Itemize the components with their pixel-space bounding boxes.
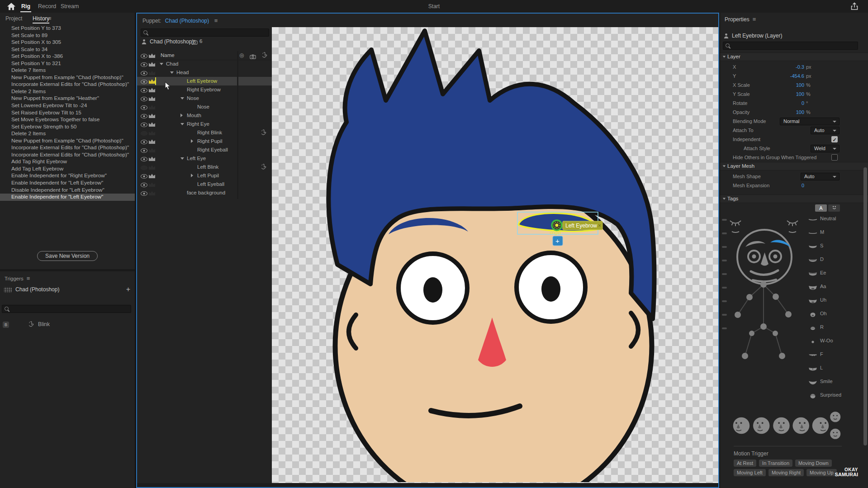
viseme-tag-surprised[interactable]: Surprised <box>720 391 868 400</box>
drag-handle-icon[interactable] <box>261 129 266 137</box>
head-turn-svg[interactable] <box>730 409 843 442</box>
section-layer[interactable]: Layer <box>720 52 868 61</box>
visibility-eye-icon[interactable] <box>141 166 147 170</box>
add-trigger-button[interactable]: + <box>126 285 130 294</box>
history-item[interactable]: Set Scale to 89 <box>0 32 135 39</box>
share-icon[interactable] <box>850 2 859 13</box>
visibility-eye-icon[interactable] <box>141 71 147 76</box>
home-icon[interactable] <box>6 2 16 11</box>
history-item[interactable]: Set Position Y to 321 <box>0 60 135 67</box>
save-new-version-button[interactable]: Save New Version <box>37 251 98 261</box>
crown-icon[interactable] <box>149 62 155 66</box>
history-item[interactable]: Incorporate External Edits for "Chad (Ph… <box>0 144 135 152</box>
history-item[interactable]: Set Position X to 305 <box>0 39 135 46</box>
prop-row-y-scale[interactable]: Y Scale 100% <box>720 90 868 99</box>
hide-others-checkbox[interactable] <box>831 154 838 161</box>
visibility-eye-icon[interactable] <box>141 191 147 196</box>
viseme-tag-r[interactable]: R <box>720 323 868 332</box>
crown-icon[interactable] <box>149 156 155 161</box>
viseme-tag-s[interactable]: S <box>720 242 868 251</box>
blending-mode-dropdown[interactable]: Normal <box>780 118 840 125</box>
puppet-panel-menu-icon[interactable]: ≡ <box>214 17 218 24</box>
visibility-eye-icon[interactable] <box>141 105 147 110</box>
crown-icon[interactable] <box>149 191 155 195</box>
tree-row-chad[interactable]: Chad <box>137 60 272 68</box>
tree-row-right-pupil[interactable]: Right Pupil <box>137 137 272 146</box>
viseme-tag-uh[interactable]: Uh <box>720 296 868 305</box>
prop-row-opacity[interactable]: Opacity 100% <box>720 109 868 117</box>
properties-menu-icon[interactable]: ≡ <box>753 16 756 23</box>
triggers-search[interactable] <box>2 305 131 313</box>
visibility-eye-icon[interactable] <box>141 131 147 136</box>
history-item[interactable]: Add Tag Left Eyebrow <box>0 166 135 173</box>
visibility-eye-icon[interactable] <box>141 114 147 118</box>
tree-row-right-eyeball[interactable]: Right Eyeball <box>137 146 272 154</box>
chevron-down-icon[interactable] <box>180 157 184 160</box>
tree-row-right-eyebrow[interactable]: Right Eyebrow <box>137 85 272 94</box>
motion-pill-in-transition[interactable]: In Transition <box>759 460 792 467</box>
properties-search[interactable] <box>723 42 858 50</box>
tab-record[interactable]: Record <box>38 0 56 13</box>
visibility-eye-icon[interactable] <box>141 140 147 144</box>
tree-row-nose[interactable]: Nose <box>137 94 272 103</box>
head-tilt-tag-icon[interactable] <box>830 429 840 439</box>
history-item[interactable]: Set Position Y to 373 <box>0 25 135 32</box>
properties-scrollbar[interactable] <box>863 167 867 445</box>
crown-icon[interactable] <box>149 105 155 109</box>
viseme-tag-aa[interactable]: Aa <box>720 283 868 292</box>
prop-row-y[interactable]: Y -454.6px <box>720 72 868 81</box>
history-item[interactable]: New Puppet from Example "Chad (Photoshop… <box>0 137 135 145</box>
head-turn-tag-icon[interactable] <box>773 417 790 434</box>
motion-pill-moving-down[interactable]: Moving Down <box>795 460 832 467</box>
viseme-tag-oh[interactable]: Oh <box>720 310 868 319</box>
visibility-eye-icon[interactable] <box>141 148 147 153</box>
viseme-tag-d[interactable]: D <box>720 256 868 265</box>
visibility-eye-icon[interactable] <box>141 157 147 161</box>
trigger-row-blink[interactable]: B Blink <box>0 320 135 329</box>
chevron-down-icon[interactable] <box>160 63 163 65</box>
tree-row-mouth[interactable]: Mouth <box>137 111 272 120</box>
chevron-right-icon[interactable] <box>180 114 183 117</box>
history-panel-menu-icon[interactable]: ≡ <box>48 13 52 24</box>
tree-row-left-pupil[interactable]: Left Pupil <box>137 171 272 180</box>
tag-mode-text-button[interactable]: A <box>815 204 827 212</box>
history-item[interactable]: Delete 7 Items <box>0 67 135 74</box>
viseme-tag-w-oo[interactable]: W-Oo <box>720 337 868 346</box>
chevron-down-icon[interactable] <box>180 97 184 99</box>
tab-history[interactable]: History <box>33 13 49 24</box>
crown-icon[interactable] <box>149 96 155 101</box>
visibility-eye-icon[interactable] <box>141 80 147 84</box>
viseme-tag-l[interactable]: L <box>720 364 868 373</box>
drag-handle-icon[interactable] <box>261 164 266 172</box>
motion-pill-at-rest[interactable]: At Rest <box>734 460 756 467</box>
crown-icon[interactable] <box>149 131 155 135</box>
history-item[interactable]: Add Tag Right Eyebrow <box>0 158 135 166</box>
crown-icon[interactable] <box>149 148 155 152</box>
history-item[interactable]: Enable Independent for "Left Eyebrow" <box>0 194 135 201</box>
section-tags[interactable]: Tags <box>720 194 868 203</box>
chevron-right-icon[interactable] <box>191 174 193 177</box>
prop-row-mesh-expansion[interactable]: Mesh Expansion 0 <box>720 182 868 190</box>
viseme-tag-neutral[interactable]: Neutral <box>720 215 868 224</box>
prop-row-x-scale[interactable]: X Scale 100% <box>720 81 868 90</box>
triggers-menu-icon[interactable]: ≡ <box>27 275 30 282</box>
tree-row-left-eyeball[interactable]: Left Eyeball <box>137 180 272 189</box>
motion-pill-moving-left[interactable]: Moving Left <box>734 469 766 476</box>
visibility-eye-icon[interactable] <box>141 97 147 101</box>
chevron-down-icon[interactable] <box>180 123 184 125</box>
crown-icon[interactable] <box>149 174 155 178</box>
crown-icon[interactable] <box>149 71 155 75</box>
remove-tag-icon[interactable]: × <box>598 223 601 229</box>
crown-icon[interactable] <box>149 88 155 92</box>
head-turn-tag-icon[interactable] <box>753 417 770 434</box>
triggers-search-input[interactable] <box>11 305 129 313</box>
tree-row-face-background[interactable]: face background <box>137 189 272 197</box>
tree-row-left-eyebrow[interactable]: Left Eyebrow <box>137 77 272 85</box>
history-item[interactable]: Set Lowered Eyebrow Tilt to -24 <box>0 102 135 109</box>
visibility-eye-icon[interactable] <box>141 88 147 93</box>
head-turn-tag-icon[interactable] <box>792 417 809 434</box>
viseme-tag-m[interactable]: M <box>720 228 868 237</box>
history-item[interactable]: Incorporate External Edits for "Chad (Ph… <box>0 81 135 88</box>
chevron-right-icon[interactable] <box>191 139 193 143</box>
crown-icon[interactable] <box>149 122 155 127</box>
